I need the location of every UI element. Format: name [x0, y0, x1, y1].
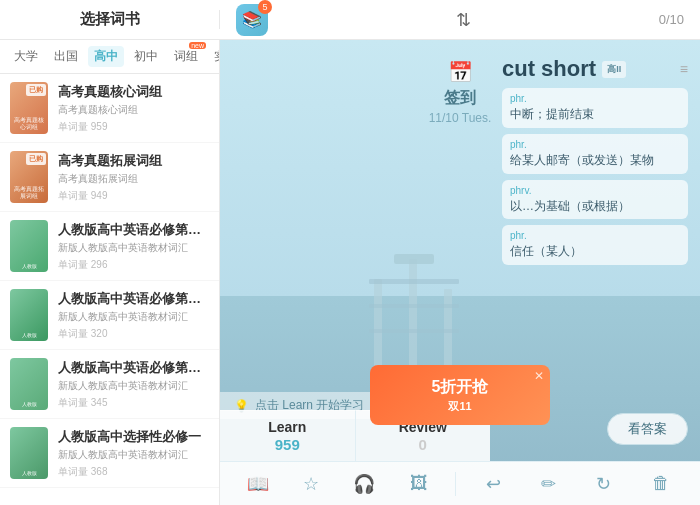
book-count: 单词量 345 — [58, 396, 209, 410]
book-cover: 人教版 — [10, 358, 48, 410]
app-notification-badge: 5 — [258, 0, 272, 14]
cover-text: 人教版 — [12, 332, 46, 338]
nav-book-icon[interactable]: 📖 — [243, 469, 273, 499]
review-count: 0 — [419, 436, 427, 453]
book-cover: 已购 高考真题核心词组 — [10, 82, 48, 134]
book-count: 单词量 296 — [58, 258, 209, 272]
word-pos-1: phr. — [510, 93, 680, 104]
word-meaning-1: 中断；提前结束 — [510, 106, 680, 123]
list-item[interactable]: 人教版 人教版高中英语必修第一册 新版人教版高中英语教材词汇 单词量 296 — [0, 212, 219, 281]
book-title: 人教版高中英语必修第三册 — [58, 359, 209, 377]
book-subtitle: 新版人教版高中英语教材词汇 — [58, 448, 209, 462]
book-info: 人教版高中英语必修第一册 新版人教版高中英语教材词汇 单词量 296 — [58, 221, 209, 272]
cat-tab-wordgroup[interactable]: 词组 new — [168, 46, 204, 67]
book-cover: 人教版 — [10, 220, 48, 272]
promo-close-button[interactable]: ✕ — [534, 369, 544, 383]
word-meaning-3: 以…为基础（或根据） — [510, 198, 680, 215]
cat-tab-middleschool[interactable]: 初中 — [128, 46, 164, 67]
book-count: 单词量 368 — [58, 465, 209, 479]
cover-text: 人教版 — [12, 401, 46, 407]
book-subtitle: 高考真题核心词组 — [58, 103, 209, 117]
checkin-box: 📅 签到 11/10 Tues. — [429, 60, 492, 125]
app-icon[interactable]: 📚 5 — [236, 4, 268, 36]
checkin-date: 11/10 Tues. — [429, 111, 492, 125]
book-count: 单词量 959 — [58, 120, 209, 134]
cover-text: 人教版 — [12, 470, 46, 476]
word-meaning-4: 信任（某人） — [510, 243, 680, 260]
book-cover: 已购 高考真题拓展词组 — [10, 151, 48, 203]
cover-text: 高考真题核心词组 — [12, 117, 46, 131]
word-definition-3: phrv. 以…为基础（或根据） — [502, 180, 688, 220]
book-info: 人教版高中选择性必修一 新版人教版高中英语教材词汇 单词量 368 — [58, 428, 209, 479]
svg-rect-1 — [409, 259, 417, 379]
nav-star-icon[interactable]: ☆ — [299, 469, 323, 499]
word-definition-2: phr. 给某人邮寄（或发送）某物 — [502, 134, 688, 174]
bottom-nav-right: ↩ ✏ ↻ 🗑 — [456, 469, 700, 499]
cover-text: 高考真题拓展词组 — [12, 186, 46, 200]
new-badge: new — [189, 42, 206, 49]
promo-text: 5折开抢 双11 — [432, 376, 489, 414]
nav-image-icon[interactable]: 🖼 — [406, 469, 432, 498]
word-main: cut short 高II ≡ — [502, 56, 688, 82]
nav-delete-icon[interactable]: 🗑 — [648, 469, 674, 498]
list-item[interactable]: 已购 高考真题核心词组 高考真题核心词组 高考真题核心词组 单词量 959 — [0, 74, 219, 143]
svg-rect-5 — [369, 329, 459, 333]
book-subtitle: 新版人教版高中英语教材词汇 — [58, 379, 209, 393]
bottom-nav-left: 📖 ☆ 🎧 🖼 — [220, 469, 455, 499]
book-info: 人教版高中英语必修第二册 新版人教版高中英语教材词汇 单词量 320 — [58, 290, 209, 341]
filter-icon[interactable]: ⇅ — [456, 9, 471, 31]
category-tabs: 大学 出国 高中 初中 词组 new 实用 其他 小... — [0, 40, 219, 74]
word-meaning-2: 给某人邮寄（或发送）某物 — [510, 152, 680, 169]
word-definition-4: phr. 信任（某人） — [502, 225, 688, 265]
book-info: 人教版高中英语必修第三册 新版人教版高中英语教材词汇 单词量 345 — [58, 359, 209, 410]
book-list: 已购 高考真题核心词组 高考真题核心词组 高考真题核心词组 单词量 959 已购… — [0, 74, 219, 505]
cover-text: 人教版 — [12, 263, 46, 269]
checkin-calendar-icon: 📅 — [429, 60, 492, 84]
book-title: 人教版高中选择性必修一 — [58, 428, 209, 446]
book-title: 人教版高中英语必修第一册 — [58, 221, 209, 239]
book-subtitle: 新版人教版高中英语教材词汇 — [58, 310, 209, 324]
book-info: 高考真题拓展词组 高考真题拓展词组 单词量 949 — [58, 152, 209, 203]
cat-tab-university[interactable]: 大学 — [8, 46, 44, 67]
word-level-badge: 高II — [602, 61, 626, 78]
nav-edit-icon[interactable]: ✏ — [537, 469, 560, 499]
promo-banner[interactable]: 5折开抢 双11 ✕ — [370, 365, 550, 425]
book-title: 高考真题拓展词组 — [58, 152, 209, 170]
book-cover: 人教版 — [10, 289, 48, 341]
learn-card[interactable]: Learn 959 — [220, 410, 355, 461]
book-title: 高考真题核心词组 — [58, 83, 209, 101]
word-menu-icon[interactable]: ≡ — [680, 61, 688, 77]
list-item[interactable]: 人教版 人教版高中选择性必修一 新版人教版高中英语教材词汇 单词量 368 — [0, 419, 219, 488]
app-icon-area: 📚 5 — [236, 4, 268, 36]
book-cover: 人教版 — [10, 427, 48, 479]
promo-line2: 双11 — [432, 399, 489, 414]
word-pos-2: phr. — [510, 139, 680, 150]
cover-badge: 已购 — [26, 84, 46, 96]
book-title: 人教版高中英语必修第二册 — [58, 290, 209, 308]
cat-tab-abroad[interactable]: 出国 — [48, 46, 84, 67]
list-item[interactable]: 人教版 人教版高中英语必修第二册 新版人教版高中英语教材词汇 单词量 320 — [0, 281, 219, 350]
promo-line1: 5折开抢 — [432, 376, 489, 398]
nav-headphone-icon[interactable]: 🎧 — [349, 469, 379, 499]
main-layout: 大学 出国 高中 初中 词组 new 实用 其他 小... 已购 高考真题核心词… — [0, 40, 700, 505]
learn-count: 959 — [275, 436, 300, 453]
svg-rect-4 — [369, 304, 459, 308]
nav-refresh-icon[interactable]: ↻ — [592, 469, 615, 499]
book-count: 单词量 949 — [58, 189, 209, 203]
learn-label: Learn — [268, 419, 306, 435]
book-subtitle: 高考真题拓展词组 — [58, 172, 209, 186]
cover-badge: 已购 — [26, 153, 46, 165]
sidebar-title: 选择词书 — [0, 10, 220, 29]
list-item[interactable]: 人教版 人教版高中英语必修第三册 新版人教版高中英语教材词汇 单词量 345 — [0, 350, 219, 419]
cat-tab-practical[interactable]: 实用 — [208, 46, 219, 67]
svg-rect-3 — [369, 279, 459, 284]
bottom-nav: 📖 ☆ 🎧 🖼 ↩ ✏ ↻ 🗑 — [220, 461, 700, 505]
sidebar: 大学 出国 高中 初中 词组 new 实用 其他 小... 已购 高考真题核心词… — [0, 40, 220, 505]
list-item[interactable]: 已购 高考真题拓展词组 高考真题拓展词组 高考真题拓展词组 单词量 949 — [0, 143, 219, 212]
nav-undo-icon[interactable]: ↩ — [482, 469, 505, 499]
book-info: 高考真题核心词组 高考真题核心词组 单词量 959 — [58, 83, 209, 134]
word-pos-3: phrv. — [510, 185, 680, 196]
cat-tab-highschool[interactable]: 高中 — [88, 46, 124, 67]
top-bar: 选择词书 📚 5 ⇅ 0/10 — [0, 0, 700, 40]
show-answer-button[interactable]: 看答案 — [607, 413, 688, 445]
